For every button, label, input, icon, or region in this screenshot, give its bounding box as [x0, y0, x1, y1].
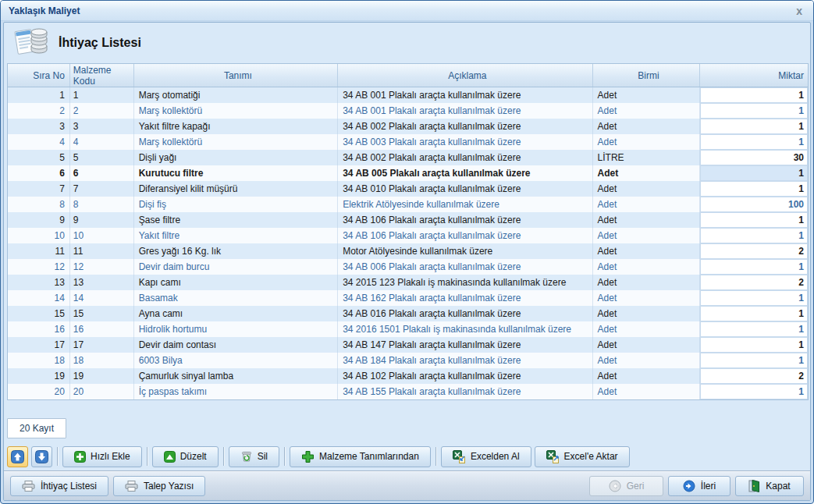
cell-quantity[interactable]: 1: [700, 353, 808, 368]
table-row[interactable]: 77Diferansiyel kilit müşürü34 AB 010 Pla…: [8, 181, 808, 197]
cell-row-no: 12: [8, 259, 70, 275]
cell-quantity[interactable]: 2: [700, 243, 808, 259]
table-row[interactable]: 2020İç paspas takımı34 AB 155 Plakalı ar…: [8, 384, 808, 399]
cell-unit: Adet: [593, 119, 701, 134]
table-row[interactable]: 11Marş otomatiği34 AB 001 Plakalı araçta…: [8, 87, 808, 103]
cell-material-code: 13: [70, 275, 134, 290]
cell-quantity[interactable]: 100: [700, 197, 808, 212]
cell-row-no: 9: [8, 212, 70, 228]
cell-description: 34 AB 002 Plakalı araçta kullanılmak üze…: [338, 119, 592, 134]
table-row[interactable]: 1616Hidrolik hortumu34 2016 1501 Plakalı…: [8, 321, 808, 337]
col-header-sira-no[interactable]: Sıra No: [8, 64, 70, 87]
cell-row-no: 4: [8, 134, 70, 150]
table-row[interactable]: 1010Yakıt filtre34 AB 106 Plakalı araçta…: [8, 228, 808, 243]
cell-description: 34 AB 106 Plakalı araçta kullanılmak üze…: [338, 212, 592, 228]
cell-row-no: 10: [8, 228, 70, 243]
cell-quantity[interactable]: 1: [700, 321, 808, 337]
cell-quantity[interactable]: 1: [700, 290, 808, 306]
edit-button[interactable]: Düzelt: [152, 446, 219, 467]
cell-material-code: 16: [70, 321, 134, 337]
col-header-miktar[interactable]: Miktar: [700, 64, 808, 87]
col-header-malzeme-kodu[interactable]: Malzeme Kodu: [70, 64, 134, 87]
cell-material-code: 17: [70, 337, 134, 353]
cell-quantity[interactable]: 2: [700, 368, 808, 384]
cell-quantity[interactable]: 1: [700, 134, 808, 150]
close-button[interactable]: Kapat: [735, 476, 804, 496]
table-row[interactable]: 99Şase filtre34 AB 106 Plakalı araçta ku…: [8, 212, 808, 228]
door-exit-icon: [748, 480, 760, 492]
cell-definition: Kapı camı: [134, 275, 338, 290]
cell-row-no: 1: [8, 87, 70, 103]
cell-unit: Adet: [593, 306, 701, 321]
cell-unit: Adet: [593, 165, 701, 181]
cell-description: 34 AB 147 Plakalı araçta kullanılmak üze…: [338, 337, 592, 353]
excel-import-button[interactable]: Excelden Al: [441, 446, 531, 467]
forward-button[interactable]: İleri: [668, 476, 730, 496]
move-down-button[interactable]: [31, 446, 52, 467]
table-row[interactable]: 18186003 Bilya34 AB 184 Plakalı araçta k…: [8, 353, 808, 368]
delete-button[interactable]: Sil: [229, 446, 279, 467]
cell-description: 34 2016 1501 Plakalı iş makinasında kull…: [338, 321, 592, 337]
cell-definition: Ayna camı: [134, 306, 338, 321]
cell-unit: Adet: [593, 134, 701, 150]
table-row[interactable]: 22Marş kollektörü34 AB 001 Plakalı araçt…: [8, 103, 808, 119]
quick-add-button[interactable]: Hızlı Ekle: [62, 446, 142, 467]
col-header-aciklama[interactable]: Açıklama: [338, 64, 592, 87]
cell-definition: Marş otomatiği: [134, 87, 338, 103]
table-row[interactable]: 33Yakıt filtre kapağı34 AB 002 Plakalı a…: [8, 119, 808, 134]
cell-material-code: 14: [70, 290, 134, 306]
cell-unit: Adet: [593, 384, 701, 399]
title-bar[interactable]: Yaklaşık Maliyet x: [1, 1, 813, 21]
cell-description: 34 AB 003 Plakalı araçta kullanılmak üze…: [338, 134, 592, 150]
cell-definition: Kurutucu filtre: [134, 165, 338, 181]
from-material-defs-button[interactable]: Malzeme Tanımlarından: [290, 446, 431, 467]
cell-quantity[interactable]: 1: [700, 306, 808, 321]
cell-definition: Çamurluk sinyal lamba: [134, 368, 338, 384]
move-up-button[interactable]: [7, 446, 28, 467]
excel-import-icon: [453, 450, 466, 463]
cell-definition: Dişli yağı: [134, 150, 338, 165]
cell-row-no: 6: [8, 165, 70, 181]
table-row[interactable]: 1313Kapı camı34 2015 123 Plakalı iş maki…: [8, 275, 808, 290]
cell-quantity[interactable]: 1: [700, 228, 808, 243]
cell-description: 34 AB 106 Plakalı araçta kullanılmak üze…: [338, 228, 592, 243]
table-row[interactable]: 55Dişli yağı34 AB 002 Plakalı araçta kul…: [8, 150, 808, 165]
cell-definition: Devir daim burcu: [134, 259, 338, 275]
table-row[interactable]: 1515Ayna camı34 AB 016 Plakalı araçta ku…: [8, 306, 808, 321]
cell-definition: Marş kollektörü: [134, 134, 338, 150]
cell-row-no: 14: [8, 290, 70, 306]
col-header-birmi[interactable]: Birmi: [593, 64, 701, 87]
cell-quantity[interactable]: 1: [700, 259, 808, 275]
cell-description: 34 AB 006 Plakalı araçta kullanılmak üze…: [338, 259, 592, 275]
trash-icon: [240, 450, 253, 463]
cell-quantity[interactable]: 30: [700, 150, 808, 165]
table-row[interactable]: 1212Devir daim burcu34 AB 006 Plakalı ar…: [8, 259, 808, 275]
cell-quantity[interactable]: 1: [700, 87, 808, 103]
print-request-letter-button[interactable]: Talep Yazısı: [113, 476, 205, 496]
cell-description: 34 AB 016 Plakalı araçta kullanılmak üze…: [338, 306, 592, 321]
cell-definition: 6003 Bilya: [134, 353, 338, 368]
print-needs-list-button[interactable]: İhtiyaç Listesi: [10, 476, 108, 496]
cell-quantity[interactable]: 1: [700, 384, 808, 399]
table-row[interactable]: 1414Basamak34 AB 162 Plakalı araçta kull…: [8, 290, 808, 306]
table-row[interactable]: 66Kurutucu filtre34 AB 005 Plakalı araçt…: [8, 165, 808, 181]
table-row[interactable]: 88Dişi fişElektrik Atölyesinde kullanılm…: [8, 197, 808, 212]
close-icon[interactable]: x: [793, 5, 805, 16]
cell-quantity[interactable]: 2: [700, 275, 808, 290]
cell-material-code: 18: [70, 353, 134, 368]
cell-unit: Adet: [593, 243, 701, 259]
window-title: Yaklaşık Maliyet: [9, 5, 793, 16]
table-row[interactable]: 44Marş kollektörü34 AB 003 Plakalı araçt…: [8, 134, 808, 150]
table-row[interactable]: 1111Gres yağı 16 Kg. lıkMotor Atölyesind…: [8, 243, 808, 259]
col-header-tanimi[interactable]: Tanımı: [134, 64, 338, 87]
table-row[interactable]: 1717Devir daim contası34 AB 147 Plakalı …: [8, 337, 808, 353]
cell-quantity[interactable]: 1: [700, 119, 808, 134]
cell-quantity[interactable]: 1: [700, 212, 808, 228]
cell-quantity[interactable]: 1: [700, 103, 808, 119]
table-row[interactable]: 1919Çamurluk sinyal lamba34 AB 102 Plaka…: [8, 368, 808, 384]
excel-export-button[interactable]: Excel'e Aktar: [535, 446, 630, 467]
cell-description: 34 AB 005 Plakalı araçta kullanılmak üze…: [338, 165, 592, 181]
cell-quantity[interactable]: 1: [700, 181, 808, 197]
cell-quantity[interactable]: 1: [700, 165, 808, 181]
cell-quantity[interactable]: 1: [700, 337, 808, 353]
